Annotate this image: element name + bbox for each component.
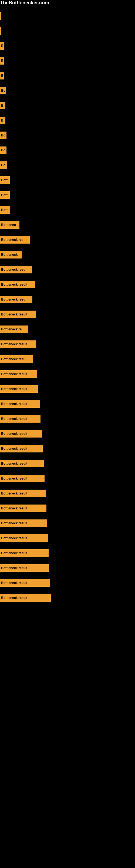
bar-row bbox=[0, 23, 135, 38]
bar-row: Bottleneck result bbox=[0, 277, 135, 292]
bar-label-12: Bottl bbox=[1, 193, 8, 197]
bar-4: E bbox=[0, 72, 4, 80]
bar-36: Bottleneck result bbox=[0, 549, 49, 557]
bar-2: E bbox=[0, 42, 4, 50]
bar-label-15: Bottleneck res bbox=[1, 238, 24, 242]
bar-label-4: E bbox=[1, 74, 3, 78]
bar-label-33: Bottleneck result bbox=[1, 506, 27, 510]
bar-label-28: Bottleneck result bbox=[1, 432, 27, 436]
bar-label-38: Bottleneck result bbox=[1, 581, 27, 585]
bar-33: Bottleneck result bbox=[0, 504, 46, 512]
bar-38: Bottleneck result bbox=[0, 579, 50, 587]
bar-label-20: Bottleneck result bbox=[1, 312, 27, 316]
bar-39: Bottleneck result bbox=[0, 594, 51, 601]
bar-label-31: Bottleneck result bbox=[1, 476, 27, 480]
bar-row: Bottleneck result bbox=[0, 486, 135, 501]
bar-24: Bottleneck result bbox=[0, 370, 37, 378]
bar-row: Bottleneck result bbox=[0, 471, 135, 486]
bar-row: Bottl bbox=[0, 173, 135, 187]
bar-label-24: Bottleneck result bbox=[1, 372, 27, 376]
bar-row: Bottleneck result bbox=[0, 381, 135, 396]
bar-label-3: E bbox=[1, 59, 3, 63]
bar-label-18: Bottleneck result bbox=[1, 283, 27, 286]
bar-row: Bottleneck result bbox=[0, 337, 135, 351]
bar-label-10: Bo bbox=[1, 163, 5, 167]
bar-row: Bottleneck resu bbox=[0, 292, 135, 307]
bar-27: Bottleneck result bbox=[0, 415, 41, 423]
bar-row: Bottl bbox=[0, 187, 135, 203]
bar-14: Bottlenec bbox=[0, 221, 19, 229]
bar-row: Bottleneck bbox=[0, 247, 135, 262]
bar-label-9: Bo bbox=[1, 148, 5, 152]
bar-6: B bbox=[0, 102, 5, 109]
bar-22: Bottleneck result bbox=[0, 340, 36, 348]
bar-row: Bo bbox=[0, 143, 135, 158]
bar-35: Bottleneck result bbox=[0, 534, 48, 542]
bar-23: Bottleneck resu bbox=[0, 355, 33, 363]
bar-19: Bottleneck resu bbox=[0, 296, 32, 303]
bar-label-39: Bottleneck result bbox=[1, 596, 27, 600]
bars-wrapper: EEEBoBBBoBoBoBottlBottlBottlBottlenecBot… bbox=[0, 6, 135, 605]
bar-row: E bbox=[0, 38, 135, 53]
bar-9: Bo bbox=[0, 147, 6, 154]
bar-label-11: Bottl bbox=[1, 178, 8, 182]
bar-20: Bottleneck result bbox=[0, 311, 36, 318]
bar-row: E bbox=[0, 53, 135, 68]
bar-row: Bottleneck res bbox=[0, 232, 135, 247]
bar-label-22: Bottleneck result bbox=[1, 342, 27, 346]
bar-28: Bottleneck result bbox=[0, 430, 42, 437]
bar-label-26: Bottleneck result bbox=[1, 402, 27, 406]
bar-29: Bottleneck result bbox=[0, 445, 43, 453]
bar-30: Bottleneck result bbox=[0, 460, 44, 467]
bar-label-13: Bottl bbox=[1, 208, 8, 212]
bar-label-16: Bottleneck bbox=[1, 253, 17, 257]
bar-row: Bottleneck result bbox=[0, 426, 135, 441]
bar-label-36: Bottleneck result bbox=[1, 551, 27, 555]
bar-1 bbox=[0, 27, 1, 35]
bar-row: Bottleneck result bbox=[0, 531, 135, 546]
bar-row bbox=[0, 8, 135, 23]
bar-row: Bottleneck result bbox=[0, 560, 135, 575]
bar-row: E bbox=[0, 68, 135, 83]
bar-12: Bottl bbox=[0, 191, 10, 199]
bar-5: Bo bbox=[0, 87, 6, 94]
bar-label-34: Bottleneck result bbox=[1, 521, 27, 525]
bar-row: Bottl bbox=[0, 203, 135, 217]
bar-0 bbox=[0, 12, 1, 20]
bar-34: Bottleneck result bbox=[0, 520, 47, 527]
bar-row: Bottleneck resu bbox=[0, 351, 135, 367]
bar-label-19: Bottleneck resu bbox=[1, 298, 26, 301]
bar-row: Bottleneck result bbox=[0, 516, 135, 531]
bar-3: E bbox=[0, 57, 4, 65]
bar-label-30: Bottleneck result bbox=[1, 462, 27, 465]
bar-10: Bo bbox=[0, 161, 7, 169]
bar-row: Bottleneck result bbox=[0, 501, 135, 516]
bar-label-29: Bottleneck result bbox=[1, 447, 27, 451]
bar-row: Bottleneck re bbox=[0, 322, 135, 337]
bar-label-14: Bottlenec bbox=[1, 223, 16, 227]
bar-label-5: Bo bbox=[1, 89, 5, 93]
bar-row: Bottlenec bbox=[0, 217, 135, 232]
bar-row: Bottleneck result bbox=[0, 546, 135, 560]
bar-16: Bottleneck bbox=[0, 251, 21, 258]
bar-row: Bottleneck result bbox=[0, 456, 135, 471]
bar-row: Bottleneck result bbox=[0, 575, 135, 590]
bar-18: Bottleneck result bbox=[0, 281, 35, 288]
site-title: TheBottlenecker.com bbox=[0, 0, 135, 6]
bar-32: Bottleneck result bbox=[0, 490, 46, 497]
bar-label-23: Bottleneck resu bbox=[1, 357, 26, 361]
bar-37: Bottleneck result bbox=[0, 564, 49, 572]
bar-row: Bo bbox=[0, 83, 135, 98]
bar-31: Bottleneck result bbox=[0, 475, 45, 482]
bar-row: Bottleneck result bbox=[0, 590, 135, 605]
bar-row: Bottleneck result bbox=[0, 411, 135, 426]
bar-label-17: Bottleneck resu bbox=[1, 268, 26, 272]
bar-row: Bo bbox=[0, 128, 135, 143]
bar-15: Bottleneck res bbox=[0, 236, 30, 244]
bar-17: Bottleneck resu bbox=[0, 266, 32, 273]
bar-label-27: Bottleneck result bbox=[1, 417, 27, 421]
bar-row: Bo bbox=[0, 158, 135, 173]
bar-row: Bottleneck resu bbox=[0, 262, 135, 277]
bar-row: Bottleneck result bbox=[0, 367, 135, 381]
bar-8: Bo bbox=[0, 131, 6, 139]
